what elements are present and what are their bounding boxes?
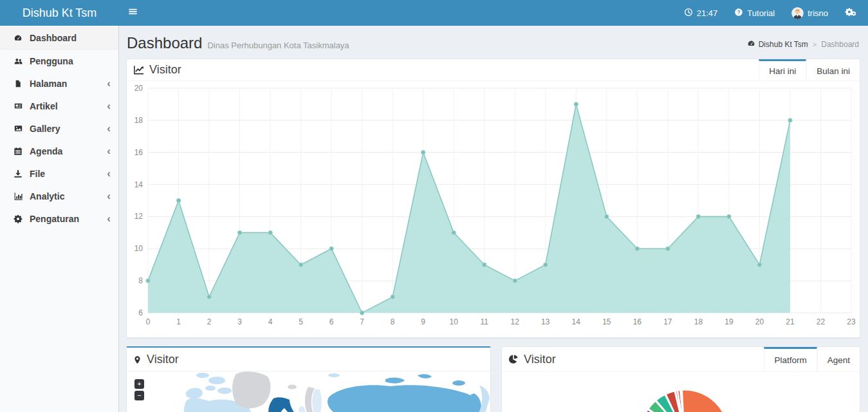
visitor-chart-card-title: Visitor — [127, 59, 188, 80]
svg-text:16: 16 — [134, 148, 143, 157]
svg-text:1: 1 — [176, 317, 181, 326]
sidebar-item-analytic[interactable]: Analytic ‹ — [0, 185, 118, 207]
top-navbar: Dishub Kt Tsm 21:47 ? Tutorial trisno — [0, 0, 868, 26]
sidebar-item-artikel[interactable]: Artikel ‹ — [0, 95, 118, 117]
avatar — [791, 7, 804, 19]
sidebar-item-halaman[interactable]: Halaman ‹ — [0, 72, 118, 95]
breadcrumb-current: Dashboard — [821, 40, 859, 49]
tab-platform[interactable]: Platform — [764, 347, 817, 371]
line-chart-icon — [133, 64, 144, 75]
visitor-chart-tabs: Hari iniBulan ini — [759, 59, 860, 80]
tachometer-icon — [12, 33, 24, 42]
gear-icon — [12, 214, 24, 223]
visitor-map-card: Visitor + − — [126, 346, 491, 412]
svg-text:9: 9 — [421, 317, 425, 326]
svg-text:22: 22 — [817, 317, 826, 326]
hamburger-icon — [128, 7, 138, 19]
tutorial-menu[interactable]: ? Tutorial — [734, 8, 775, 19]
username: trisno — [808, 8, 828, 18]
svg-text:17: 17 — [663, 317, 672, 326]
newspaper-icon — [12, 102, 24, 110]
calendar-icon — [12, 147, 24, 156]
svg-text:12: 12 — [511, 317, 520, 326]
tab-agent[interactable]: Agent — [817, 347, 860, 371]
svg-text:?: ? — [737, 8, 741, 15]
download-icon — [12, 169, 24, 178]
svg-text:19: 19 — [725, 317, 734, 326]
svg-text:8: 8 — [391, 317, 395, 326]
breadcrumb-root-link[interactable]: Dishub Kt Tsm — [747, 39, 808, 50]
svg-text:7: 7 — [360, 317, 364, 326]
page-subtitle: Dinas Perhubungan Kota Tasikmalaya — [207, 41, 349, 50]
slice-orange — [680, 390, 728, 412]
clock-icon — [684, 8, 693, 19]
chevron-left-icon: ‹ — [107, 100, 111, 111]
world-map-svg — [127, 371, 490, 412]
sidebar-item-pengguna[interactable]: Pengguna — [0, 50, 118, 72]
svg-text:6: 6 — [329, 317, 334, 326]
map-zoom-in-button[interactable]: + — [134, 379, 144, 389]
visitor-map-card-title: Visitor — [127, 348, 185, 371]
tab-hari-ini[interactable]: Hari ini — [759, 59, 806, 80]
chevron-left-icon: ‹ — [107, 78, 111, 89]
chevron-left-icon: ‹ — [107, 213, 111, 224]
svg-text:18: 18 — [694, 317, 703, 326]
sidebar-item-gallery[interactable]: Gallery ‹ — [0, 117, 118, 140]
settings-menu[interactable] — [845, 7, 856, 19]
question-circle-icon: ? — [734, 8, 743, 19]
clock-time: 21:47 — [697, 8, 718, 18]
chevron-left-icon: ‹ — [107, 123, 111, 134]
visitor-platform-card-title: Visitor — [502, 347, 562, 371]
platform-donut-chart[interactable] — [502, 372, 860, 412]
tutorial-label: Tutorial — [747, 8, 775, 18]
navbar-right: 21:47 ? Tutorial trisno — [684, 0, 868, 26]
map-marker-icon — [133, 355, 142, 365]
brand[interactable]: Dishub Kt Tsm — [0, 0, 119, 26]
svg-text:3: 3 — [237, 317, 242, 326]
breadcrumb: Dishub Kt Tsm > Dashboard — [747, 39, 859, 50]
sidebar-item-pengaturan[interactable]: Pengaturan ‹ — [0, 207, 118, 230]
visitor-area-chart[interactable]: 0123456789101112131415161718192021222368… — [127, 81, 860, 335]
svg-text:14: 14 — [572, 317, 581, 326]
map-zoom-out-button[interactable]: − — [134, 391, 144, 400]
svg-text:5: 5 — [299, 317, 303, 326]
sidebar-item-agenda[interactable]: Agenda ‹ — [0, 140, 118, 162]
svg-text:14: 14 — [134, 180, 143, 189]
svg-text:15: 15 — [602, 317, 611, 326]
svg-text:21: 21 — [786, 317, 795, 326]
cogs-icon — [845, 7, 856, 19]
visitor-chart-card: Visitor Hari iniBulan ini 01234567891011… — [126, 59, 860, 338]
file-icon — [12, 79, 24, 88]
tab-bulan-ini[interactable]: Bulan ini — [806, 59, 860, 80]
sidebar-item-dashboard[interactable]: Dashboard — [0, 27, 118, 50]
chevron-left-icon: ‹ — [107, 145, 111, 156]
world-map[interactable]: + − — [127, 371, 490, 412]
breadcrumb-separator: > — [813, 41, 817, 48]
svg-text:23: 23 — [847, 317, 856, 326]
svg-text:4: 4 — [268, 317, 273, 326]
svg-text:20: 20 — [134, 84, 143, 93]
bar-chart-icon — [12, 192, 24, 201]
chevron-left-icon: ‹ — [107, 191, 111, 201]
image-icon — [12, 124, 24, 133]
svg-text:6: 6 — [138, 308, 143, 317]
map-zoom-controls: + − — [134, 379, 144, 400]
tachometer-icon — [747, 39, 755, 50]
svg-text:0: 0 — [146, 317, 151, 326]
svg-text:2: 2 — [207, 317, 212, 326]
page-title: Dashboard — [127, 34, 202, 52]
main-content: DashboardDinas Perhubungan Kota Tasikmal… — [119, 26, 868, 412]
svg-text:10: 10 — [134, 244, 143, 253]
users-icon — [12, 57, 24, 66]
sidebar-menu: Dashboard Pengguna Halaman ‹ Artikel ‹ G… — [0, 26, 118, 230]
page-heading: DashboardDinas Perhubungan Kota Tasikmal… — [127, 34, 349, 52]
sidebar-item-file[interactable]: File ‹ — [0, 162, 118, 185]
clock-widget: 21:47 — [684, 8, 718, 19]
sidebar-toggle-button[interactable] — [119, 0, 146, 26]
svg-text:13: 13 — [541, 317, 550, 326]
chevron-left-icon: ‹ — [107, 168, 111, 179]
svg-text:10: 10 — [450, 317, 459, 326]
sidebar: Dashboard Pengguna Halaman ‹ Artikel ‹ G… — [0, 26, 119, 412]
user-menu[interactable]: trisno — [791, 7, 828, 19]
svg-text:11: 11 — [481, 317, 489, 326]
